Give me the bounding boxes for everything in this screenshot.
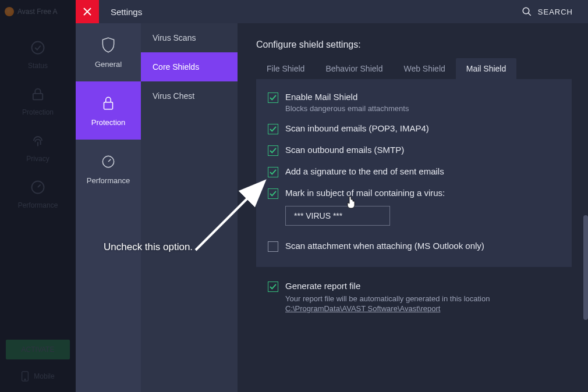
mobile-icon: [21, 371, 29, 382]
option-add-signature: Add a signature to the end of sent email…: [268, 166, 560, 177]
option-label: Scan inbound emails (POP3, IMAP4): [285, 123, 429, 133]
subitem-virus-chest[interactable]: Virus Chest: [141, 81, 238, 111]
option-label: Scan outbound emails (SMTP): [285, 145, 404, 155]
topbar: Settings SEARCH: [76, 0, 588, 23]
tab-mail-shield[interactable]: Mail Shield: [456, 58, 516, 79]
category-label: Protection: [91, 118, 126, 127]
sidebar-item-privacy[interactable]: Privacy: [26, 133, 49, 163]
tab-file-shield[interactable]: File Shield: [256, 58, 315, 79]
checkbox-add-signature[interactable]: [268, 167, 278, 177]
activate-button[interactable]: ACTIVATE: [6, 340, 70, 359]
checkbox-generate-report[interactable]: [268, 281, 278, 292]
category-column: General Protection Performance: [76, 23, 141, 392]
close-button[interactable]: [76, 0, 99, 23]
checkbox-enable-mail-shield[interactable]: [268, 92, 278, 103]
subitem-label: Core Shields: [153, 62, 199, 72]
sidebar-item-protection[interactable]: Protection: [22, 86, 54, 116]
check-icon: [270, 95, 277, 101]
subitem-virus-scans[interactable]: Virus Scans: [141, 23, 238, 52]
report-section: Generate report file Your report file wi…: [256, 281, 572, 313]
option-scan-inbound: Scan inbound emails (POP3, IMAP4): [268, 123, 560, 134]
tab-web-shield[interactable]: Web Shield: [393, 58, 455, 79]
category-label: Performance: [87, 176, 130, 185]
fingerprint-icon: [30, 133, 46, 149]
lock-icon: [101, 95, 116, 112]
category-protection[interactable]: Protection: [76, 81, 141, 140]
sidebar-label: Protection: [22, 108, 54, 116]
shield-icon: [101, 37, 116, 54]
svg-point-0: [32, 42, 44, 54]
sidebar-item-status[interactable]: Status: [28, 40, 48, 70]
check-icon: [270, 191, 277, 197]
option-label: Add a signature to the end of sent email…: [285, 166, 444, 176]
option-label: Enable Mail Shield: [285, 92, 409, 102]
checkbox-scan-inbound[interactable]: [268, 124, 278, 134]
virus-subject-input[interactable]: [285, 206, 390, 226]
brand: Avast Free A: [0, 0, 76, 23]
sidebar-item-mobile[interactable]: Mobile: [21, 371, 54, 382]
report-path-link[interactable]: C:\ProgramData\AVAST Software\Avast\repo…: [285, 304, 440, 313]
subitem-core-shields[interactable]: Core Shields: [141, 52, 238, 81]
option-label: Scan attachment when attaching (MS Outlo…: [285, 241, 484, 251]
check-icon: [270, 284, 277, 290]
subitem-label: Virus Chest: [153, 91, 194, 101]
lock-icon: [30, 86, 46, 102]
avast-logo-icon: [5, 7, 14, 16]
option-generate-report: Generate report file Your report file wi…: [268, 281, 572, 313]
mobile-label: Mobile: [34, 372, 54, 380]
search-button[interactable]: SEARCH: [522, 6, 573, 17]
main-content: Configure shield settings: File Shield B…: [238, 23, 588, 392]
activate-label: ACTIVATE: [22, 345, 55, 354]
option-scan-outbound: Scan outbound emails (SMTP): [268, 145, 560, 156]
checkbox-scan-outbound[interactable]: [268, 145, 278, 156]
option-scan-attachment: Scan attachment when attaching (MS Outlo…: [268, 241, 560, 252]
subitem-label: Virus Scans: [153, 33, 196, 42]
shield-tabs: File Shield Behavior Shield Web Shield M…: [256, 58, 572, 79]
gauge-icon: [101, 153, 116, 170]
mail-shield-panel: Enable Mail Shield Blocks dangerous emai…: [256, 79, 572, 267]
option-label: Generate report file: [285, 281, 490, 291]
gauge-icon: [30, 179, 46, 195]
svg-rect-1: [33, 94, 42, 100]
scrollbar[interactable]: [583, 215, 588, 320]
checkbox-scan-attachment[interactable]: [268, 241, 278, 252]
sidebar-item-performance[interactable]: Performance: [18, 179, 58, 209]
sidebar-label: Performance: [18, 201, 58, 209]
category-label: General: [95, 60, 122, 69]
category-general[interactable]: General: [76, 23, 141, 81]
option-label: Mark in subject of mail containing a vir…: [285, 188, 445, 198]
search-icon: [522, 6, 532, 17]
tab-behavior-shield[interactable]: Behavior Shield: [315, 58, 393, 79]
search-label: SEARCH: [538, 8, 573, 16]
svg-rect-6: [104, 102, 113, 109]
subitem-column: Virus Scans Core Shields Virus Chest: [141, 23, 238, 392]
option-subtext: Your report file will be automatically g…: [285, 294, 490, 303]
checkbox-mark-subject[interactable]: [268, 188, 278, 199]
option-mark-subject: Mark in subject of mail containing a vir…: [268, 188, 560, 199]
brand-label: Avast Free A: [17, 8, 57, 16]
option-enable-mail-shield: Enable Mail Shield Blocks dangerous emai…: [268, 92, 560, 113]
check-icon: [270, 126, 277, 132]
status-icon: [30, 40, 46, 56]
sidebar-label: Status: [28, 62, 48, 70]
category-performance[interactable]: Performance: [76, 140, 141, 198]
sidebar-label: Privacy: [26, 155, 49, 163]
option-subtext: Blocks dangerous email attachments: [285, 104, 409, 113]
check-icon: [270, 169, 277, 175]
app-sidebar: Avast Free A Status Protection Privacy P…: [0, 0, 76, 392]
check-icon: [270, 148, 277, 154]
svg-rect-3: [22, 372, 29, 381]
close-icon: [83, 8, 91, 16]
page-title: Settings: [111, 7, 142, 17]
svg-point-4: [24, 379, 26, 380]
section-heading: Configure shield settings:: [256, 40, 572, 50]
svg-point-5: [523, 8, 529, 14]
